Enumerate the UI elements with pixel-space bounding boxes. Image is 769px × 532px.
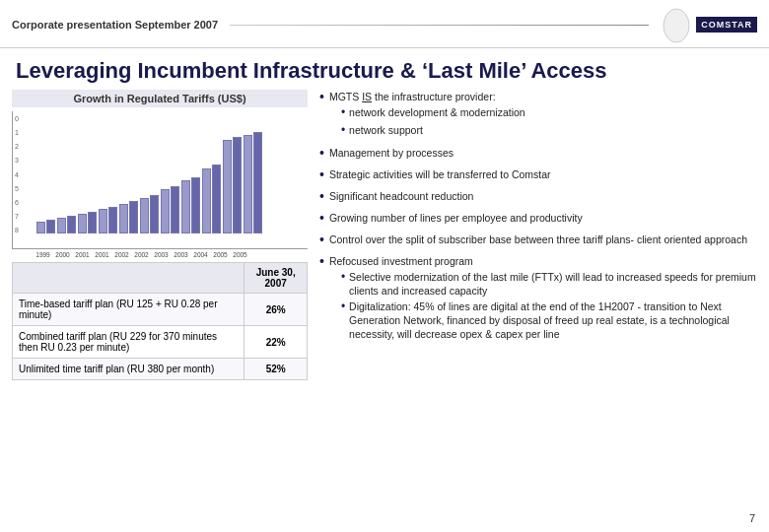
sub-bullet: • <box>341 270 345 286</box>
header-title-normal: September 2007 <box>132 19 218 31</box>
bar-dark <box>129 201 138 233</box>
table-cell-value: 22% <box>245 326 308 359</box>
bar <box>161 189 170 233</box>
list-item: • Growing number of lines per employee a… <box>319 211 757 228</box>
list-item: • Significant headcount reduction <box>319 189 757 206</box>
bar-group <box>99 207 117 233</box>
bar-dark <box>108 207 117 233</box>
chart-area: 8 7 6 5 4 3 2 1 0 <box>12 111 308 249</box>
left-panel: Growth in Regulated Tariffs (US$) 8 7 6 … <box>12 90 308 380</box>
bullet-dot: • <box>319 187 324 206</box>
bullet-text: Management by processes <box>329 146 454 160</box>
sub-bullet: • <box>341 299 345 315</box>
bar <box>244 135 252 233</box>
bar-group <box>140 195 159 233</box>
header: Corporate presentation September 2007 CO… <box>0 0 769 48</box>
bullet-text: MGTS IS the infrastructure provider: • n… <box>329 90 525 141</box>
right-panel: • MGTS IS the infrastructure provider: •… <box>319 90 757 380</box>
sub-item-text: network development & modernization <box>349 106 525 120</box>
bar-group <box>119 201 138 233</box>
bullet-dot: • <box>319 209 324 228</box>
list-item: • Selective modernization of the last mi… <box>341 271 757 298</box>
bar-group <box>78 212 97 233</box>
comstar-egg-logo <box>661 6 692 43</box>
list-item: • network support <box>341 124 525 139</box>
bar <box>202 168 211 233</box>
bar-dark <box>171 186 179 233</box>
bullet-text: Significant headcount reduction <box>329 189 474 203</box>
list-item: • Digitalization: 45% of lines are digit… <box>341 300 757 341</box>
x-axis-labels: 1999 2000 2001 2001 2002 2002 2003 2003 … <box>12 251 308 258</box>
bullet-dot: • <box>319 88 324 106</box>
table-row: Combined tariff plan (RU 229 for 370 min… <box>13 326 308 359</box>
bullet-dot: • <box>319 144 324 163</box>
bar <box>181 180 190 233</box>
bullet-dot: • <box>319 166 324 184</box>
bar-dark <box>233 137 242 233</box>
bar-dark <box>253 132 262 233</box>
sub-item-text: Digitalization: 45% of lines are digital… <box>349 300 757 341</box>
main-content: Growth in Regulated Tariffs (US$) 8 7 6 … <box>0 90 769 380</box>
chart-title: Growth in Regulated Tariffs (US$) <box>12 90 308 107</box>
bar <box>36 222 45 233</box>
list-item: • Management by processes <box>319 146 757 163</box>
table-cell-plan: Time-based tariff plan (RU 125 + RU 0.28… <box>13 294 245 326</box>
bar-dark <box>88 212 97 233</box>
bar <box>57 218 66 233</box>
table-row: Unlimited time tariff plan (RU 380 per m… <box>13 359 308 380</box>
bar-group <box>244 132 262 233</box>
bullet-dot: • <box>319 252 324 271</box>
bar-group <box>57 216 76 233</box>
y-axis-labels: 8 7 6 5 4 3 2 1 0 <box>15 115 19 233</box>
logo-area: COMSTAR <box>661 6 757 43</box>
chart-bars <box>36 115 304 233</box>
table-header-date: June 30, 2007 <box>245 263 308 294</box>
page-title: Leveraging Incumbent Infrastructure & ‘L… <box>0 48 769 90</box>
sub-bullet: • <box>341 105 345 121</box>
header-title: Corporate presentation September 2007 <box>12 19 218 31</box>
sub-bullet: • <box>341 123 345 139</box>
list-item: • MGTS IS the infrastructure provider: •… <box>319 90 757 141</box>
bullet-text: Control over the split of subscriber bas… <box>329 233 747 246</box>
table-cell-plan: Unlimited time tariff plan (RU 380 per m… <box>13 359 245 380</box>
bullet-text: Growing number of lines per employee and… <box>329 211 583 225</box>
bar-group <box>223 137 242 233</box>
sub-list: • network development & modernization • … <box>341 106 525 138</box>
bar-dark <box>46 220 55 233</box>
page-number: 7 <box>749 512 755 524</box>
table-cell-plan: Combined tariff plan (RU 229 for 370 min… <box>13 326 245 359</box>
sub-item-text: network support <box>349 124 423 138</box>
list-item: • network development & modernization <box>341 106 525 121</box>
bullet-dot: • <box>319 231 324 249</box>
bar-group <box>202 165 221 233</box>
sub-item-text: Selective modernization of the last mile… <box>349 271 757 298</box>
bar-group <box>181 177 200 233</box>
bar-dark <box>212 165 221 233</box>
comstar-text-logo: COMSTAR <box>696 17 757 33</box>
bar-dark <box>150 195 159 233</box>
table-cell-value: 52% <box>245 359 308 380</box>
table-row: Time-based tariff plan (RU 125 + RU 0.28… <box>13 294 308 326</box>
bar <box>223 140 232 233</box>
sub-list: • Selective modernization of the last mi… <box>341 271 757 341</box>
bullet-list: • MGTS IS the infrastructure provider: •… <box>319 90 757 344</box>
bar <box>119 204 128 233</box>
list-item: • Control over the split of subscriber b… <box>319 233 757 249</box>
svg-point-0 <box>664 9 689 42</box>
bar-dark <box>67 216 76 233</box>
bar <box>78 214 87 233</box>
bullet-text: Strategic activities will be transferred… <box>329 167 551 181</box>
header-title-bold: Corporate presentation <box>12 19 132 31</box>
list-item: • Refocused investment program • Selecti… <box>319 254 757 344</box>
bar <box>140 198 149 233</box>
bar <box>99 209 107 233</box>
bar-group <box>36 220 55 233</box>
tariff-table: June 30, 2007 Time-based tariff plan (RU… <box>12 262 308 380</box>
bar-dark <box>191 177 200 233</box>
bullet-text: Refocused investment program • Selective… <box>329 254 757 344</box>
header-divider <box>230 25 649 26</box>
list-item: • Strategic activities will be transferr… <box>319 167 757 184</box>
table-header-plan <box>13 263 245 294</box>
table-cell-value: 26% <box>245 294 308 326</box>
bar-group <box>161 186 179 233</box>
